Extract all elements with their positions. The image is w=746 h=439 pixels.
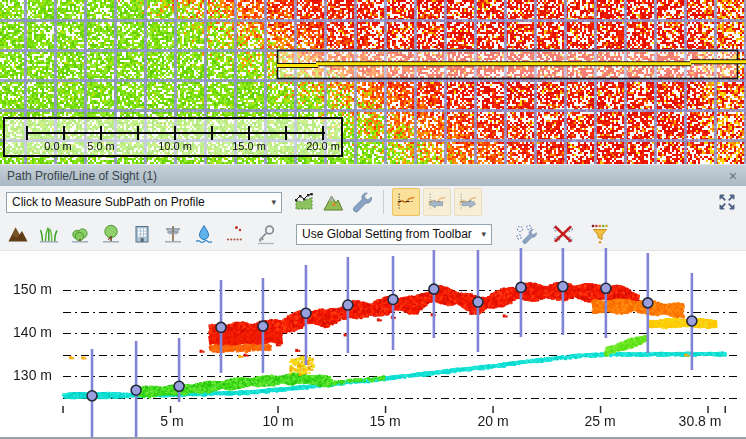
powerline-icon[interactable] bbox=[160, 221, 186, 247]
profile-chart[interactable]: 150 m140 m130 m 5 m10 m15 m20 m25 m30.8 … bbox=[0, 251, 746, 437]
global-setting-dropdown[interactable]: Use Global Setting from Toolbar ▾ bbox=[296, 224, 492, 245]
profile-current-icon[interactable] bbox=[392, 188, 420, 216]
points-settings-icon[interactable] bbox=[513, 221, 539, 247]
scale-bar-tick bbox=[63, 126, 65, 140]
scale-bar-tick bbox=[174, 126, 176, 140]
ground-icon[interactable] bbox=[5, 221, 31, 247]
chevron-down-icon[interactable]: ▾ bbox=[267, 197, 276, 207]
x-axis-label: 30.8 m bbox=[679, 413, 722, 429]
y-axis-label: 130 m bbox=[2, 367, 52, 385]
profile-toolbar: Click to Measure SubPath on Profile ▾ bbox=[0, 186, 746, 218]
scale-bar-tick bbox=[285, 126, 287, 140]
scale-bar-tick bbox=[100, 126, 102, 140]
scale-bar-label: 20.0 m bbox=[306, 140, 340, 152]
scale-bar-label: 10.0 m bbox=[158, 140, 192, 152]
global-setting-value: Use Global Setting from Toolbar bbox=[302, 227, 472, 241]
tree-icon[interactable] bbox=[98, 221, 124, 247]
close-icon[interactable]: × bbox=[727, 169, 739, 183]
panel-title: Path Profile/Line of Sight (1) bbox=[7, 169, 157, 183]
scale-bar-label: 5.0 m bbox=[87, 140, 115, 152]
chevron-down-icon[interactable]: ▾ bbox=[477, 229, 486, 239]
shrub-icon[interactable] bbox=[67, 221, 93, 247]
scale-bar-tick bbox=[211, 126, 213, 140]
y-axis-label: 140 m bbox=[2, 324, 52, 342]
x-axis-label: 20 m bbox=[477, 413, 508, 429]
profile-measure-icon[interactable] bbox=[291, 189, 317, 215]
classification-toolbar: Use Global Setting from Toolbar ▾ bbox=[0, 218, 746, 251]
profile-prev-icon[interactable] bbox=[423, 188, 451, 216]
scale-bar-tick bbox=[322, 126, 324, 140]
scale-bar-line bbox=[27, 132, 325, 134]
profile-next-icon[interactable] bbox=[454, 188, 482, 216]
scale-bar-label: 0.0 m bbox=[44, 140, 72, 152]
scale-bar-tick bbox=[248, 126, 250, 140]
x-axis-label: 15 m bbox=[369, 413, 400, 429]
noise-points-icon[interactable] bbox=[222, 221, 248, 247]
scale-bar: 0.0 m5.0 m10.0 m15.0 m20.0 m bbox=[3, 117, 343, 157]
points-filter-icon[interactable] bbox=[587, 221, 613, 247]
toolbar-separator bbox=[383, 190, 384, 214]
panel-titlebar[interactable]: Path Profile/Line of Sight (1) × bbox=[0, 164, 746, 186]
building-icon[interactable] bbox=[129, 221, 155, 247]
profile-canvas[interactable] bbox=[0, 245, 746, 439]
terrain-profile-icon[interactable] bbox=[320, 189, 346, 215]
water-icon[interactable] bbox=[191, 221, 217, 247]
scale-bar-tick bbox=[137, 126, 139, 140]
points-delete-icon[interactable] bbox=[550, 221, 576, 247]
x-axis-label: 5 m bbox=[160, 413, 183, 429]
scale-bar-label: 15.0 m bbox=[232, 140, 266, 152]
y-axis-label: 150 m bbox=[2, 281, 52, 299]
map-plan-view[interactable]: 0.0 m5.0 m10.0 m15.0 m20.0 m bbox=[0, 0, 746, 164]
grass-icon[interactable] bbox=[36, 221, 62, 247]
expand-view-icon[interactable] bbox=[714, 189, 740, 215]
measure-mode-dropdown[interactable]: Click to Measure SubPath on Profile ▾ bbox=[6, 192, 282, 213]
x-axis-label: 25 m bbox=[584, 413, 615, 429]
app-window: 0.0 m5.0 m10.0 m15.0 m20.0 m Path Profil… bbox=[0, 0, 746, 439]
measure-mode-value: Click to Measure SubPath on Profile bbox=[12, 195, 205, 209]
x-axis-label: 10 m bbox=[262, 413, 293, 429]
wrench-icon[interactable] bbox=[349, 189, 375, 215]
key-icon[interactable] bbox=[253, 221, 279, 247]
scale-bar-tick bbox=[26, 126, 28, 140]
